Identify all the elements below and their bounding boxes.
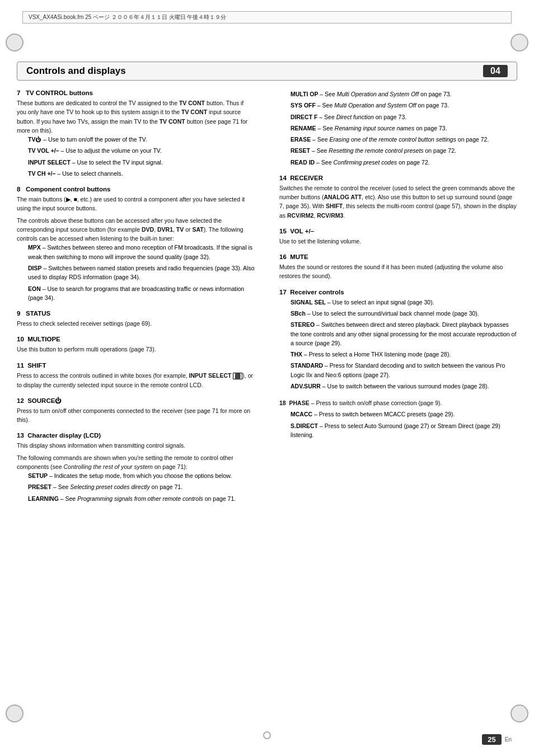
section-15-body: Use to set the listening volume.	[279, 237, 517, 246]
filepath-bar: VSX_AX4ASi.book.fm 25 ページ ２００６年４月１１日 火曜日…	[22, 11, 512, 24]
section-18: 18 PHASE – Press to switch on/off phase …	[279, 398, 517, 439]
left-column: 7 TV CONTROL buttons These buttons are d…	[17, 90, 260, 722]
section-11-body: Press to access the controls outlined in…	[17, 371, 255, 389]
item-read-id: READ ID – See Confirming preset codes on…	[291, 158, 517, 167]
item-erase: ERASE – See Erasing one of the remote co…	[291, 135, 517, 144]
section-14-heading: 14 RECEIVER	[279, 175, 517, 181]
item-standard: STANDARD – Press for Standard decoding a…	[291, 361, 517, 379]
section-12: 12 SOURCE⏻ Press to turn on/off other co…	[17, 397, 255, 425]
section-11-heading: 11 SHIFT	[17, 362, 255, 369]
section-13-continued: MULTI OP – See Multi Operation and Syste…	[279, 90, 517, 167]
item-preset: PRESET – See Selecting preset codes dire…	[28, 482, 255, 491]
section-7-heading: 7 TV CONTROL buttons	[17, 90, 255, 96]
corner-decoration-tr	[510, 34, 528, 51]
section-18-phase-intro: 18 PHASE – Press to switch on/off phase …	[279, 398, 517, 407]
item-mpx: MPX – Switches between stereo and mono r…	[28, 243, 255, 261]
page-footer: 25 En	[482, 734, 512, 745]
section-13: 13 Character display (LCD) This display …	[17, 432, 255, 503]
page-container: VSX_AX4ASi.book.fm 25 ページ ２００６年４月１１日 火曜日…	[0, 0, 534, 756]
item-rename: RENAME – See Renaming input source names…	[291, 124, 517, 133]
corner-decoration-tl	[6, 34, 24, 51]
main-content: 7 TV CONTROL buttons These buttons are d…	[17, 90, 517, 722]
section-9-heading: 9 STATUS	[17, 310, 255, 317]
section-13-body1: This display shows information when tran…	[17, 441, 255, 450]
section-14: 14 RECEIVER Switches the remote to contr…	[279, 175, 517, 220]
item-input-select: INPUT SELECT – Use to select the TV inpu…	[28, 158, 255, 167]
section-9-body: Press to check selected receiver setting…	[17, 319, 255, 328]
section-7: 7 TV CONTROL buttons These buttons are d…	[17, 90, 255, 178]
page-lang: En	[505, 736, 512, 743]
item-eon: EON – Use to search for programs that ar…	[28, 284, 255, 303]
section-16: 16 MUTE Mutes the sound or restores the …	[279, 253, 517, 281]
item-sys-off: SYS OFF – See Multi Operation and System…	[291, 101, 517, 110]
item-tv-power: TV⏻ – Use to turn on/off the power of th…	[28, 135, 255, 144]
section-10: 10 MULTIOPE Use this button to perform m…	[17, 336, 255, 354]
section-16-body: Mutes the sound or restores the sound if…	[279, 262, 517, 281]
right-column: MULTI OP – See Multi Operation and Syste…	[274, 90, 517, 722]
item-signal-sel: SIGNAL SEL – Use to select an input sign…	[291, 298, 517, 307]
page-title: Controls and displays	[26, 65, 126, 77]
item-tv-ch: TV CH +/– – Use to select channels.	[28, 169, 255, 178]
section-16-heading: 16 MUTE	[279, 253, 517, 260]
item-disp: DISP – Switches between named station pr…	[28, 264, 255, 282]
item-direct-f: DIRECT F – See Direct function on page 7…	[291, 112, 517, 121]
item-setup: SETUP – Indicates the setup mode, from w…	[28, 471, 255, 480]
section-8-body1: The main buttons (▶, ■, etc.) are used t…	[17, 195, 255, 213]
section-9: 9 STATUS Press to check selected receive…	[17, 310, 255, 328]
section-10-heading: 10 MULTIOPE	[17, 336, 255, 342]
chapter-badge: 04	[483, 65, 508, 77]
section-14-body: Switches the remote to control the recei…	[279, 184, 517, 220]
center-bottom-decoration	[263, 731, 271, 739]
section-8-body2: The controls above these buttons can be …	[17, 216, 255, 243]
page-number: 25	[482, 734, 501, 745]
item-adv-surr: ADV.SURR – Use to switch between the var…	[291, 382, 517, 391]
item-s-direct: S.DIRECT – Press to select Auto Surround…	[291, 421, 517, 440]
section-15: 15 VOL +/– Use to set the listening volu…	[279, 228, 517, 246]
section-17-heading: 17 Receiver controls	[279, 289, 517, 295]
section-8-heading: 8 Component control buttons	[17, 186, 255, 192]
item-tv-vol: TV VOL +/– – Use to adjust the volume on…	[28, 146, 255, 155]
header-bar: Controls and displays 04	[17, 62, 517, 81]
section-13-body2: The following commands are shown when yo…	[17, 453, 255, 472]
item-multi-op: MULTI OP – See Multi Operation and Syste…	[291, 90, 517, 98]
section-12-body: Press to turn on/off other components co…	[17, 406, 255, 425]
section-7-body: These buttons are dedicated to control t…	[17, 98, 255, 135]
section-13-heading: 13 Character display (LCD)	[17, 432, 255, 439]
section-12-heading: 12 SOURCE⏻	[17, 397, 255, 404]
item-stereo: STEREO – Switches between direct and ste…	[291, 320, 517, 348]
item-learning: LEARNING – See Programming signals from …	[28, 494, 255, 503]
item-reset: RESET – See Resetting the remote control…	[291, 146, 517, 155]
section-8: 8 Component control buttons The main but…	[17, 186, 255, 302]
item-mcacc: MCACC – Press to switch between MCACC pr…	[291, 410, 517, 419]
section-15-heading: 15 VOL +/–	[279, 228, 517, 234]
item-thx: THX – Press to select a Home THX listeni…	[291, 350, 517, 359]
section-10-body: Use this button to perform multi operati…	[17, 345, 255, 354]
section-11: 11 SHIFT Press to access the controls ou…	[17, 362, 255, 389]
section-17: 17 Receiver controls SIGNAL SEL – Use to…	[279, 289, 517, 391]
filepath-text: VSX_AX4ASi.book.fm 25 ページ ２００６年４月１１日 火曜日…	[29, 13, 226, 21]
item-sbch: SBch – Use to select the surround/virtua…	[291, 309, 517, 318]
